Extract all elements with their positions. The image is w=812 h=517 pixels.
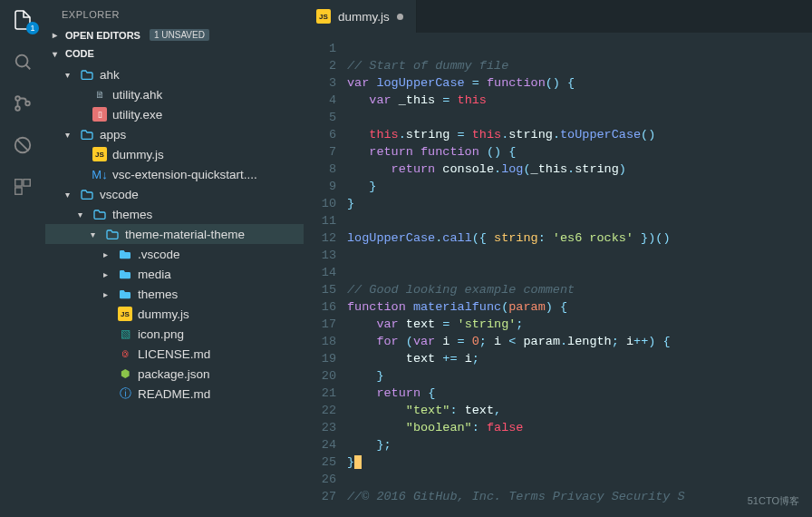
chevron-down-icon: ▾	[91, 229, 100, 239]
tree-item-label: dummy.js	[138, 307, 189, 321]
file-icon: 🗎	[92, 87, 107, 102]
tree-item-label: apps	[100, 128, 126, 141]
markdown-icon: M↓	[92, 167, 107, 181]
workspace-root-label: CODE	[65, 48, 94, 59]
tree-item[interactable]: ▧icon.png	[45, 324, 304, 344]
tab-bar: JS dummy.js	[304, 0, 812, 33]
folder-open-icon	[80, 187, 94, 201]
tree-item[interactable]: ⬢package.json	[45, 364, 304, 384]
tree-item-label: themes	[112, 208, 152, 221]
open-editors-label: OPEN EDITORS	[65, 30, 140, 41]
file-tree: ▾ahk🗎utility.ahk▯utility.exe▾appsJSdummy…	[45, 63, 304, 517]
tree-item[interactable]: ▾theme-material-theme	[45, 224, 304, 244]
dirty-indicator-icon	[397, 14, 403, 20]
unsaved-badge: 1 UNSAVED	[150, 29, 209, 41]
tree-item[interactable]: ▾themes	[45, 204, 304, 224]
tree-item[interactable]: M↓vsc-extension-quickstart....	[45, 164, 304, 184]
tree-item-label: theme-material-theme	[125, 228, 245, 241]
svg-point-1	[15, 96, 20, 101]
folder-open-icon	[105, 227, 120, 241]
svg-point-3	[25, 102, 30, 106]
explorer-sidebar: EXPLORER ▸ OPEN EDITORS 1 UNSAVED ▾ CODE…	[45, 0, 304, 517]
tree-item-label: package.json	[138, 367, 210, 381]
folder-icon	[118, 267, 132, 281]
open-editors-header[interactable]: ▸ OPEN EDITORS 1 UNSAVED	[45, 25, 304, 44]
tree-item-label: icon.png	[138, 327, 184, 341]
folder-open-icon	[80, 127, 94, 141]
json-icon: ⬢	[118, 366, 132, 381]
folder-icon	[118, 287, 132, 301]
files-badge: 1	[26, 22, 39, 34]
extensions-icon[interactable]	[10, 174, 35, 200]
svg-rect-5	[15, 180, 22, 186]
search-icon[interactable]	[10, 49, 35, 74]
tree-item[interactable]: 🗎utility.ahk	[45, 84, 304, 104]
tree-item[interactable]: ▸themes	[45, 284, 304, 304]
svg-point-2	[15, 106, 20, 111]
chevron-down-icon: ▾	[78, 210, 87, 219]
tree-item[interactable]: 🄯LICENSE.md	[45, 344, 304, 364]
svg-point-0	[16, 55, 28, 67]
tree-item[interactable]: ▸.vscode	[45, 244, 304, 264]
tab-label: dummy.js	[338, 10, 390, 24]
info-icon: ⓘ	[118, 386, 132, 401]
chevron-down-icon: ▾	[53, 49, 62, 59]
tree-item[interactable]: ▾vscode	[45, 184, 304, 204]
debug-icon[interactable]	[10, 132, 35, 158]
tree-item-label: utility.ahk	[112, 88, 162, 102]
chevron-down-icon: ▾	[65, 70, 74, 80]
image-icon: ▧	[118, 327, 132, 341]
exe-icon: ▯	[92, 107, 107, 122]
text-cursor	[354, 455, 362, 469]
tree-item[interactable]: ▾ahk	[45, 64, 304, 84]
chevron-down-icon: ▾	[65, 190, 74, 200]
line-gutter: 1234567891011121314151617181920212223242…	[304, 33, 347, 517]
js-icon: JS	[118, 307, 132, 321]
chevron-right-icon: ▸	[103, 289, 112, 299]
explorer-title: EXPLORER	[45, 0, 304, 25]
chevron-down-icon: ▾	[65, 130, 74, 140]
tree-item-label: themes	[138, 288, 178, 301]
code-editor[interactable]: 1234567891011121314151617181920212223242…	[304, 33, 812, 517]
tree-item-label: LICENSE.md	[138, 347, 210, 361]
svg-rect-7	[15, 188, 22, 194]
tab-dummy-js[interactable]: JS dummy.js	[304, 0, 417, 33]
workspace-root-header[interactable]: ▾ CODE	[45, 44, 304, 63]
activity-bar: 1	[0, 0, 45, 517]
tree-item-label: ahk	[100, 68, 120, 82]
chevron-right-icon: ▸	[53, 30, 62, 40]
tree-item-label: .vscode	[138, 248, 180, 261]
tree-item[interactable]: ⓘREADME.md	[45, 384, 304, 404]
tree-item-label: README.md	[138, 387, 210, 401]
code-content[interactable]: // Start of dummy filevar logUpperCase =…	[347, 33, 685, 517]
folder-open-icon	[80, 67, 94, 82]
tree-item-label: utility.exe	[112, 108, 162, 122]
folder-icon	[118, 247, 132, 261]
watermark: 51CTO博客	[748, 494, 799, 508]
tree-item-label: dummy.js	[112, 148, 164, 161]
tree-item[interactable]: JSdummy.js	[45, 304, 304, 324]
chevron-right-icon: ▸	[103, 269, 112, 279]
source-control-icon[interactable]	[10, 91, 35, 116]
folder-open-icon	[92, 207, 107, 221]
files-icon[interactable]: 1	[10, 7, 35, 33]
tree-item[interactable]: ▾apps	[45, 124, 304, 144]
tree-item-label: media	[138, 268, 171, 281]
tree-item-label: vsc-extension-quickstart....	[112, 168, 257, 181]
tree-item[interactable]: ▸media	[45, 264, 304, 284]
js-icon: JS	[92, 147, 107, 161]
editor-area: JS dummy.js 1234567891011121314151617181…	[304, 0, 812, 517]
tree-item-label: vscode	[100, 188, 139, 201]
chevron-right-icon: ▸	[103, 249, 112, 259]
tree-item[interactable]: JSdummy.js	[45, 144, 304, 164]
tree-item[interactable]: ▯utility.exe	[45, 104, 304, 124]
license-icon: 🄯	[118, 346, 132, 361]
svg-rect-6	[24, 180, 30, 186]
js-icon: JS	[316, 9, 331, 24]
